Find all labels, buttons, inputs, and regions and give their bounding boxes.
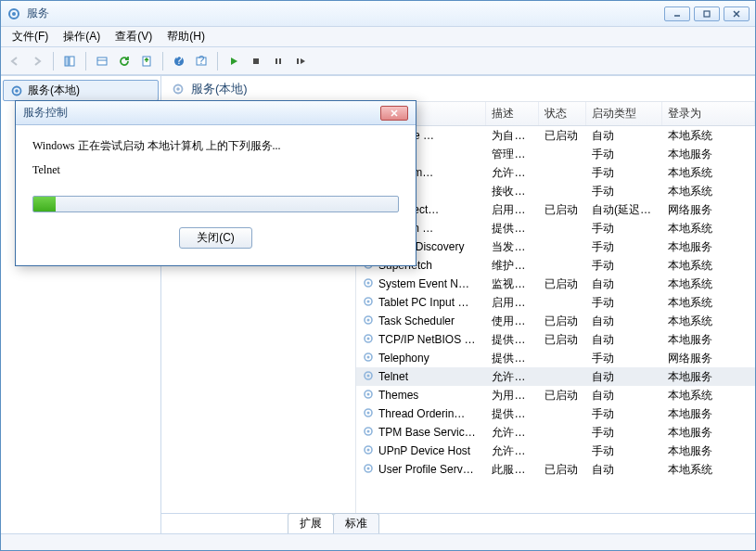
cell-status — [539, 375, 586, 378]
cell-startup: 自动 — [586, 367, 662, 387]
stop-button[interactable] — [246, 51, 266, 71]
menubar: 文件(F) 操作(A) 查看(V) 帮助(H) — [1, 27, 755, 47]
back-button[interactable] — [5, 51, 25, 71]
col-status[interactable]: 状态 — [539, 102, 586, 125]
help-button[interactable]: ? — [169, 51, 189, 71]
cell-status: 已启动 — [539, 275, 586, 294]
table-row[interactable]: TCP/IP NetBIOS …提供…已启动自动本地服务 — [356, 330, 755, 349]
window-title: 服务 — [27, 6, 664, 21]
forward-button[interactable] — [27, 51, 47, 71]
cell-logon: 本地服务 — [662, 442, 755, 461]
col-desc[interactable]: 描述 — [486, 102, 539, 125]
cell-status — [539, 226, 586, 230]
refresh-button[interactable] — [114, 51, 135, 71]
cell-startup: 手动 — [586, 182, 662, 201]
table-row[interactable]: Task Scheduler使用…已启动自动本地系统 — [356, 312, 755, 330]
cell-status — [539, 245, 586, 249]
tab-standard[interactable]: 标准 — [333, 513, 379, 533]
cell-startup: 自动 — [586, 312, 662, 331]
titlebar: 服务 — [1, 1, 755, 27]
cell-status — [539, 189, 586, 193]
cell-desc: 当发… — [486, 237, 539, 257]
pause-button[interactable] — [268, 51, 288, 71]
maximize-button[interactable] — [694, 6, 720, 21]
cell-startup: 自动 — [586, 275, 662, 294]
cell-desc: 提供… — [486, 219, 539, 238]
svg-point-50 — [367, 374, 370, 377]
dialog-message: Windows 正在尝试启动 本地计算机 上的下列服务... — [32, 138, 399, 154]
cell-desc: 管理… — [486, 145, 539, 164]
right-header: 服务(本地) — [161, 76, 755, 102]
dialog-title: 服务控制 — [23, 105, 380, 121]
dialog-close-btn[interactable]: 关闭(C) — [179, 227, 252, 249]
cell-startup: 手动 — [586, 163, 662, 183]
gear-icon — [362, 332, 375, 348]
table-row[interactable]: System Event N…监视…已启动自动本地系统 — [356, 275, 755, 293]
cell-startup: 手动 — [586, 349, 662, 368]
cell-startup: 手动 — [586, 237, 662, 257]
cell-desc: 允许… — [486, 163, 539, 183]
cell-desc: 提供… — [486, 330, 539, 350]
menu-view[interactable]: 查看(V) — [108, 27, 160, 46]
tree-root-services[interactable]: 服务(本地) — [3, 80, 159, 101]
menu-action[interactable]: 操作(A) — [56, 27, 108, 46]
cell-status — [539, 356, 586, 360]
export-button[interactable] — [136, 51, 157, 71]
table-row[interactable]: Themes为用…已启动自动本地系统 — [356, 386, 755, 404]
cell-logon: 本地服务 — [662, 237, 755, 257]
table-row[interactable]: Telephony提供…手动网络服务 — [356, 349, 755, 367]
col-startup[interactable]: 启动类型 — [586, 102, 662, 125]
show-hide-tree-button[interactable] — [59, 51, 80, 71]
svg-point-44 — [367, 318, 370, 321]
start-button[interactable] — [224, 51, 244, 71]
toolbar-sep — [162, 52, 163, 70]
window-buttons — [664, 6, 750, 21]
menu-help[interactable]: 帮助(H) — [160, 27, 212, 46]
table-row[interactable]: Thread Orderin…提供…手动本地服务 — [356, 404, 755, 423]
svg-rect-15 — [253, 58, 259, 64]
svg-point-40 — [367, 281, 370, 284]
dialog-titlebar: 服务控制 — [16, 101, 416, 125]
progress-bar — [32, 196, 399, 212]
svg-point-48 — [367, 355, 370, 358]
properties-button[interactable] — [92, 51, 112, 71]
cell-startup: 自动 — [586, 126, 662, 146]
gear-icon — [362, 443, 375, 459]
restart-button[interactable] — [290, 51, 311, 71]
table-row[interactable]: UPnP Device Host允许…手动本地服务 — [356, 442, 755, 460]
gear-icon — [362, 406, 375, 422]
table-row[interactable]: Telnet允许…自动本地服务 — [356, 367, 755, 386]
cell-desc: 维护… — [486, 256, 539, 276]
cell-desc: 提供… — [486, 349, 539, 368]
help2-button[interactable]: ? — [191, 51, 211, 71]
svg-point-54 — [367, 411, 370, 414]
gear-icon — [362, 314, 375, 329]
cell-status — [539, 301, 586, 304]
table-row[interactable]: TPM Base Servic…允许…手动本地服务 — [356, 423, 755, 442]
svg-rect-17 — [279, 58, 281, 64]
table-row[interactable]: Tablet PC Input …启用…手动本地系统 — [356, 293, 755, 312]
col-logon[interactable]: 登录为 — [662, 102, 755, 125]
close-button[interactable] — [724, 6, 750, 21]
cell-status — [539, 263, 586, 267]
cell-desc: 提供… — [486, 404, 539, 424]
gear-icon — [362, 462, 375, 478]
tab-extended[interactable]: 扩展 — [288, 513, 334, 533]
svg-point-56 — [367, 429, 370, 432]
dialog-close-button[interactable] — [380, 106, 408, 121]
cell-status — [539, 449, 586, 453]
table-row[interactable]: User Profile Serv…此服…已启动自动本地系统 — [356, 460, 755, 479]
cell-logon: 本地系统 — [662, 386, 755, 405]
svg-text:?: ? — [176, 55, 183, 67]
menu-file[interactable]: 文件(F) — [5, 27, 56, 46]
cell-startup: 手动 — [586, 442, 662, 461]
cell-desc: 为自… — [486, 126, 539, 146]
minimize-button[interactable] — [664, 6, 690, 21]
cell-logon: 本地服务 — [662, 145, 755, 164]
cell-status — [539, 430, 586, 434]
cell-desc: 允许… — [486, 423, 539, 442]
gear-icon — [171, 82, 186, 96]
cell-startup: 手动 — [586, 404, 662, 424]
svg-point-46 — [367, 337, 370, 340]
cell-logon: 本地系统 — [662, 312, 755, 331]
